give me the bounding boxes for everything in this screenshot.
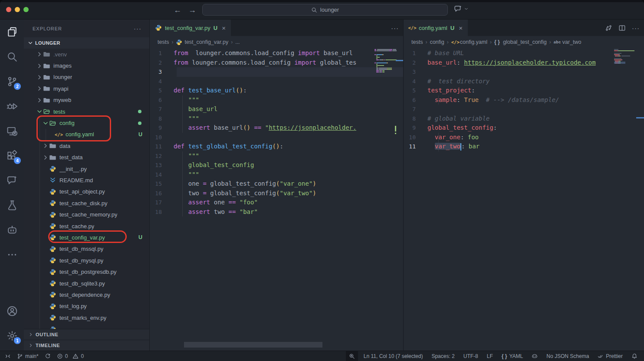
tree-item-data[interactable]: data	[24, 140, 149, 151]
activity-item-more[interactable]	[0, 242, 24, 267]
breadcrumb-label: test_config_var.py	[184, 39, 228, 45]
activity-item-accounts[interactable]	[0, 299, 24, 323]
token: assert	[174, 199, 210, 206]
tree-item-test_db_sqlite3.py[interactable]: test_db_sqlite3.py	[24, 278, 149, 289]
breadcrumb-item[interactable]: ...	[235, 39, 240, 45]
maximize-window-button[interactable]	[23, 7, 29, 12]
token	[184, 87, 188, 94]
tree-item-test_log.py[interactable]: test_log.py	[24, 301, 149, 312]
python-icon	[49, 223, 56, 230]
minimap-left[interactable]	[373, 49, 397, 348]
minimap-line	[614, 50, 634, 51]
code-editor-left[interactable]: 1from lounger.commons.load_config import…	[150, 48, 403, 351]
line-text: base_url	[174, 105, 217, 114]
breadcrumb-item[interactable]: tests	[158, 39, 169, 45]
minimize-window-button[interactable]	[15, 7, 20, 12]
status-git-branch[interactable]: main*	[14, 351, 42, 361]
token: :	[243, 87, 246, 94]
token: "	[261, 124, 269, 131]
close-window-button[interactable]	[6, 7, 11, 12]
breadcrumb-item[interactable]: tests	[411, 39, 423, 45]
minimap-right[interactable]	[613, 49, 636, 348]
tree-item-test_dependence.py[interactable]: test_dependence.py	[24, 289, 149, 300]
breadcrumb-label: config.yaml	[460, 39, 487, 45]
breadcrumb-item[interactable]: { }global_test_config	[494, 39, 547, 46]
status-cursor-position[interactable]: Ln 11, Col 10 (7 selected)	[361, 351, 426, 361]
workspace-header[interactable]: LOUNGER	[24, 37, 149, 49]
tree-item-lounger[interactable]: lounger	[24, 72, 149, 83]
tree-item-test_cache.py[interactable]: test_cache.py	[24, 220, 149, 232]
tree-item-test_db_postgresdb.py[interactable]: test_db_postgresdb.py	[24, 266, 149, 277]
tree-item-.venv[interactable]: .venv	[24, 49, 149, 60]
folder-icon	[49, 142, 56, 149]
activity-item-explorer[interactable]	[0, 20, 24, 44]
breadcrumb-item[interactable]: test_config_var.py	[176, 39, 228, 46]
tab-close-button[interactable]: ×	[459, 24, 463, 32]
tree-item-tests[interactable]: tests	[24, 106, 149, 117]
explorer-more-button[interactable]: ···	[134, 25, 141, 32]
tree-item-README.md[interactable]: README.md	[24, 174, 149, 186]
status-zoom-indicator[interactable]	[346, 351, 358, 361]
status-prettier[interactable]: Prettier	[595, 351, 626, 361]
activity-item-settings[interactable]: 1	[0, 323, 24, 348]
status-encoding[interactable]: UTF-8	[460, 351, 481, 361]
line-text: test_project:	[427, 86, 475, 95]
tree-item-config[interactable]: config	[24, 117, 149, 128]
breadcrumb-item[interactable]: abcvar_two	[554, 39, 582, 46]
status-json-schema[interactable]: No JSON Schema	[543, 351, 592, 361]
activity-item-run-debug[interactable]	[0, 94, 24, 118]
tab-close-button[interactable]: ×	[222, 24, 226, 32]
status-sync[interactable]	[42, 351, 54, 361]
split-icon[interactable]	[618, 24, 626, 32]
status-indentation[interactable]: Spaces: 2	[428, 351, 457, 361]
more-actions-button[interactable]: ···	[632, 24, 640, 32]
tree-item-label: test_db_mssql.py	[59, 246, 103, 252]
tab-config.yaml[interactable]: </>config.yamlU×	[404, 20, 468, 36]
remote-icon	[7, 125, 18, 137]
tree-item-images[interactable]: images	[24, 60, 149, 71]
status-problems[interactable]: 00	[54, 351, 87, 361]
activity-item-testing[interactable]	[0, 193, 24, 217]
activity-item-chat[interactable]	[0, 168, 24, 193]
zoom-icon	[349, 353, 355, 359]
code-editor-right[interactable]: 1# base URL2base_url: https://jsonplaceh…	[404, 48, 644, 351]
activity-item-source-control[interactable]: 2	[0, 69, 24, 94]
tree-item-clipped[interactable]	[24, 323, 149, 329]
status-notifications[interactable]	[628, 351, 641, 361]
tree-item-myweb[interactable]: myweb	[24, 95, 149, 106]
tree-item-test_config_var.py[interactable]: test_config_var.pyU	[24, 232, 149, 243]
tree-item-test_db_mssql.py[interactable]: test_db_mssql.py	[24, 243, 149, 255]
tree-item-test_data[interactable]: test_data	[24, 152, 149, 163]
status-remote-indicator[interactable]	[2, 351, 14, 361]
tree-item-myapi[interactable]: myapi	[24, 83, 149, 94]
tree-item-test_api_object.py[interactable]: test_api_object.py	[24, 186, 149, 197]
tree-item-test_marks_env.py[interactable]: test_marks_env.py	[24, 312, 149, 323]
token: :	[279, 143, 283, 150]
compare-icon[interactable]	[605, 24, 612, 32]
breadcrumb-item[interactable]: config	[430, 39, 444, 45]
window-controls[interactable]	[6, 7, 29, 12]
breadcrumb-item[interactable]: </>config.yaml	[451, 39, 487, 46]
activity-item-ai-assistant[interactable]	[0, 217, 24, 242]
token: """	[174, 115, 199, 122]
more-actions-button[interactable]: ···	[391, 24, 399, 32]
tree-item-__init__.py[interactable]: __init__.py	[24, 163, 149, 174]
tree-item-test_cache_memory.py[interactable]: test_cache_memory.py	[24, 209, 149, 220]
activity-item-remote-explorer[interactable]	[0, 118, 24, 143]
tree-item-test_db_mysql.py[interactable]: test_db_mysql.py	[24, 255, 149, 266]
tree-item-test_cache_disk.py[interactable]: test_cache_disk.py	[24, 197, 149, 209]
section-outline[interactable]: OUTLINE	[24, 329, 149, 340]
tree-item-config.yaml[interactable]: </>config.yamlU	[24, 129, 149, 140]
tab-test_config_var.py[interactable]: test_config_var.pyU×	[150, 20, 231, 36]
status-language-mode[interactable]: { }YAML	[499, 351, 526, 361]
chevron-right-icon	[36, 51, 43, 58]
token: https://jsonplaceholder.typicode.com	[464, 59, 595, 66]
line-number: 4	[150, 77, 174, 86]
status-copilot-status[interactable]	[529, 351, 541, 361]
activity-item-search[interactable]	[0, 44, 24, 69]
status-eol[interactable]: LF	[484, 351, 496, 361]
folder-icon	[43, 97, 50, 104]
horizontal-scrollbar[interactable]	[184, 342, 322, 348]
activity-item-extensions[interactable]: 4	[0, 143, 24, 168]
section-timeline[interactable]: TIMELINE	[24, 340, 149, 351]
